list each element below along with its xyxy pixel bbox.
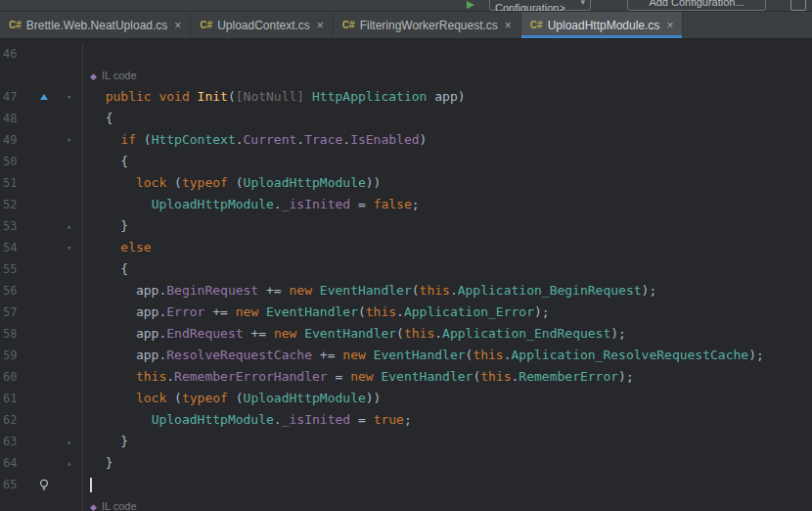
code-line[interactable]: { xyxy=(83,108,113,129)
code-line[interactable]: lock (typeof (UploadHttpModule)) xyxy=(83,172,381,194)
il-code-inlay[interactable]: ◆IL code xyxy=(83,495,137,511)
code-row: 61 lock (typeof (UploadHttpModule)) xyxy=(0,388,812,409)
tab-uploadcontext-cs[interactable]: C#UploadContext.cs× xyxy=(191,12,334,38)
code-row: 50 { xyxy=(0,151,812,172)
run-config-dropdown[interactable]: <No Configuration> ▾ xyxy=(489,0,591,11)
csharp-file-icon: C# xyxy=(200,20,212,30)
line-number: 63 xyxy=(0,431,31,452)
code-row: 54▾ else xyxy=(0,237,812,258)
toolbar-corner-icon[interactable] xyxy=(790,0,806,11)
fold-marker xyxy=(57,345,82,366)
il-inlay-row: ◆IL code xyxy=(0,495,812,511)
il-inlay-row: ◆IL code xyxy=(0,65,812,86)
line-number: 54 xyxy=(0,237,31,258)
gutter: 65 xyxy=(0,474,83,495)
line-number: 53 xyxy=(0,215,31,237)
fold-marker[interactable]: ▾ xyxy=(57,129,82,151)
il-code-inlay[interactable]: ◆IL code xyxy=(83,65,137,86)
line-number: 51 xyxy=(0,172,31,194)
code-line[interactable]: app.ResolveRequestCache += new EventHand… xyxy=(83,345,764,366)
code-line[interactable]: this.RememberErrorHandler = new EventHan… xyxy=(83,366,634,388)
line-number: 55 xyxy=(0,258,31,280)
code-line[interactable]: public void Init([NotNull] HttpApplicati… xyxy=(83,86,466,108)
line-number: 59 xyxy=(0,345,31,366)
fold-marker xyxy=(57,172,82,194)
gutter: 63▴ xyxy=(0,431,83,452)
fold-marker xyxy=(57,108,82,129)
code-row: 57 app.Error += new EventHandler(this.Ap… xyxy=(0,302,812,323)
fold-marker xyxy=(57,302,82,323)
code-row: 65 xyxy=(0,474,812,495)
code-line[interactable]: } xyxy=(83,431,128,452)
tab-close-icon[interactable]: × xyxy=(666,19,673,32)
gutter: 51 xyxy=(0,172,83,194)
gutter: 61 xyxy=(0,388,83,409)
run-icon[interactable] xyxy=(467,1,474,9)
gutter: 55 xyxy=(0,258,83,280)
il-code-label[interactable]: IL code xyxy=(102,500,137,511)
bookmark-arrow-icon xyxy=(40,94,48,100)
code-line[interactable]: } xyxy=(83,215,128,237)
code-line[interactable] xyxy=(83,474,92,495)
line-number: 61 xyxy=(0,388,31,409)
gutter: 58 xyxy=(0,323,83,345)
tab-label: Brettle.Web.NeatUpload.cs xyxy=(26,19,168,32)
csharp-file-icon: C# xyxy=(9,20,22,30)
tab-uploadhttpmodule-cs[interactable]: C#UploadHttpModule.cs× xyxy=(521,12,684,38)
gutter xyxy=(0,495,83,511)
code-line[interactable]: UploadHttpModule._isInited = false; xyxy=(83,194,420,215)
fold-marker[interactable]: ▴ xyxy=(57,215,82,237)
code-line[interactable]: app.Error += new EventHandler(this.Appli… xyxy=(83,302,550,323)
code-line[interactable]: lock (typeof (UploadHttpModule)) xyxy=(83,388,381,409)
gutter xyxy=(0,65,83,86)
tab-close-icon[interactable]: × xyxy=(505,19,512,32)
fold-marker xyxy=(57,409,82,431)
gutter: 49▾ xyxy=(0,129,83,151)
line-number: 65 xyxy=(0,474,31,495)
code-line[interactable]: { xyxy=(83,258,128,280)
fold-marker[interactable]: ▴ xyxy=(57,431,82,452)
code-row: 52 UploadHttpModule._isInited = false; xyxy=(0,194,812,215)
code-row: 58 app.EndRequest += new EventHandler(th… xyxy=(0,323,812,345)
code-row: 49▾ if (HttpContext.Current.Trace.IsEnab… xyxy=(0,129,812,151)
line-number: 48 xyxy=(0,108,31,129)
fold-marker[interactable]: ▾ xyxy=(57,237,82,258)
add-configuration-button[interactable]: Add Configuration... xyxy=(627,0,766,11)
tab-label: UploadHttpModule.cs xyxy=(548,19,660,32)
gutter: 57 xyxy=(0,302,83,323)
code-line[interactable]: UploadHttpModule._isInited = true; xyxy=(83,409,412,431)
tab-brettle-web-neatupload-cs[interactable]: C#Brettle.Web.NeatUpload.cs× xyxy=(0,12,191,38)
code-row: 46 xyxy=(0,43,812,65)
fold-marker xyxy=(57,258,82,280)
code-row: 60 this.RememberErrorHandler = new Event… xyxy=(0,366,812,388)
line-number: 50 xyxy=(0,151,31,172)
gutter: 54▾ xyxy=(0,237,83,258)
code-row: 62 UploadHttpModule._isInited = true; xyxy=(0,409,812,431)
tab-close-icon[interactable]: × xyxy=(317,19,324,32)
code-line[interactable]: } xyxy=(83,452,113,474)
fold-marker[interactable]: ▴ xyxy=(57,452,82,474)
tab-label: UploadContext.cs xyxy=(217,19,310,32)
line-number: 49 xyxy=(0,129,31,151)
il-code-label[interactable]: IL code xyxy=(102,70,137,81)
code-line[interactable]: app.BeginRequest += new EventHandler(thi… xyxy=(83,280,656,302)
fold-marker xyxy=(57,151,82,172)
ide-window: <No Configuration> ▾ Add Configuration..… xyxy=(0,0,812,511)
tab-filteringworkerrequest-cs[interactable]: C#FilteringWorkerRequest.cs× xyxy=(334,12,521,38)
line-number: 56 xyxy=(0,280,31,302)
fold-marker xyxy=(57,388,82,409)
tab-bar: C#Brettle.Web.NeatUpload.cs×C#UploadCont… xyxy=(0,12,812,39)
chevron-down-icon: ▾ xyxy=(580,0,585,7)
code-row: 59 app.ResolveRequestCache += new EventH… xyxy=(0,345,812,366)
line-number: 52 xyxy=(0,194,31,215)
lightbulb-icon[interactable] xyxy=(38,479,50,491)
code-line[interactable]: { xyxy=(83,151,128,172)
code-line[interactable]: app.EndRequest += new EventHandler(this.… xyxy=(83,323,626,345)
code-line[interactable] xyxy=(83,43,90,65)
editor[interactable]: 46◆IL code47▾ public void Init([NotNull]… xyxy=(0,39,812,511)
fold-marker[interactable]: ▾ xyxy=(57,86,82,108)
code-line[interactable]: else xyxy=(83,237,152,258)
tab-close-icon[interactable]: × xyxy=(174,19,181,32)
line-number: 60 xyxy=(0,366,31,388)
code-line[interactable]: if (HttpContext.Current.Trace.IsEnabled) xyxy=(83,129,427,151)
